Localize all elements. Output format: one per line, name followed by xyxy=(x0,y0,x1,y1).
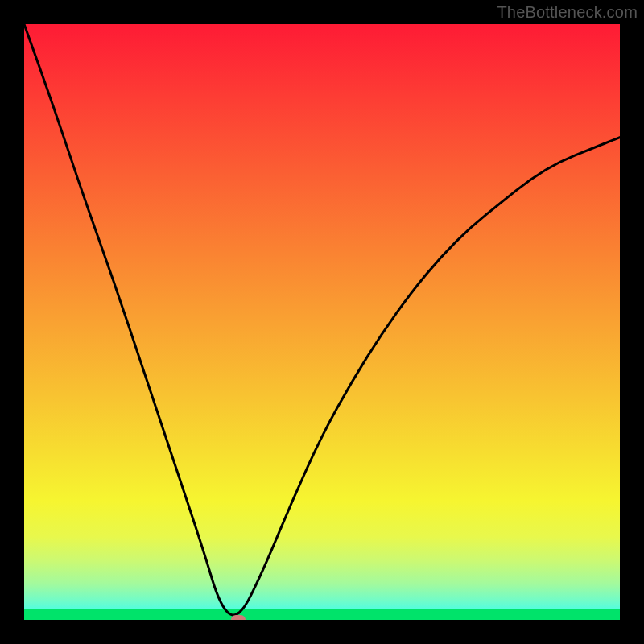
bottleneck-curve xyxy=(24,24,620,620)
optimal-point-marker xyxy=(231,615,246,620)
watermark-text: TheBottleneck.com xyxy=(497,3,638,22)
plot-area xyxy=(24,24,620,620)
chart-frame: TheBottleneck.com xyxy=(0,0,644,644)
